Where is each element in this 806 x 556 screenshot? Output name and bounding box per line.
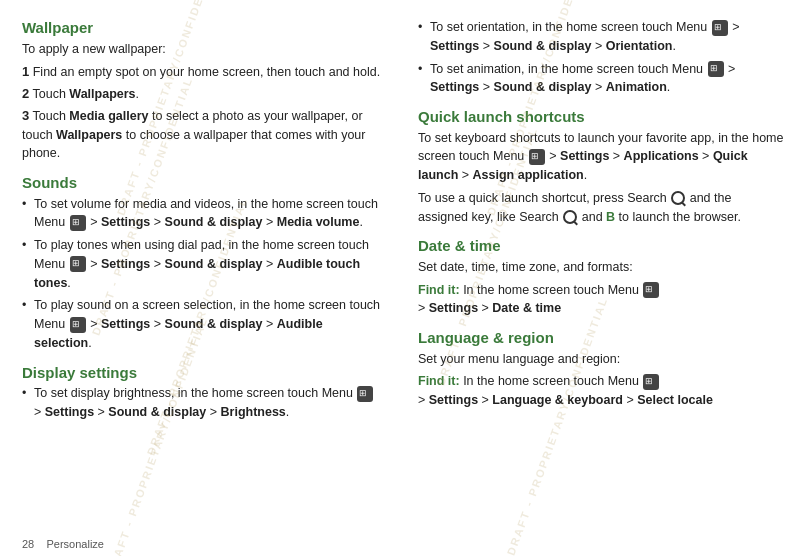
menu-icon-8 <box>643 282 659 298</box>
step-3: 3 Touch Media gallery to select a photo … <box>22 106 382 163</box>
quick-launch-heading: Quick launch shortcuts <box>418 107 784 127</box>
date-time-heading: Date & time <box>418 236 784 256</box>
date-time-section: Date & time Set date, time, time zone, a… <box>418 236 784 318</box>
step-1-text: Find an empty spot on your home screen, … <box>33 65 380 79</box>
step-2: 2 Touch Wallpapers. <box>22 84 382 104</box>
display-settings-item-1: To set display brightness, in the home s… <box>22 384 382 422</box>
date-time-find-it: Find it: In the home screen touch Menu >… <box>418 281 784 319</box>
display-settings-list: To set display brightness, in the home s… <box>22 384 382 422</box>
left-column: Wallpaper To apply a new wallpaper: 1 Fi… <box>0 10 400 546</box>
wallpaper-section: Wallpaper To apply a new wallpaper: 1 Fi… <box>22 18 382 163</box>
wallpaper-heading: Wallpaper <box>22 18 382 38</box>
right-column: To set orientation, in the home screen t… <box>400 10 806 546</box>
sounds-heading: Sounds <box>22 173 382 193</box>
language-find-it: Find it: In the home screen touch Menu >… <box>418 372 784 410</box>
quick-launch-intro: To set keyboard shortcuts to launch your… <box>418 129 784 185</box>
search-icon-2 <box>563 210 577 224</box>
display-settings-heading: Display settings <box>22 363 382 383</box>
step-3-text: Touch Media gallery to select a photo as… <box>22 109 365 161</box>
date-time-intro: Set date, time, time zone, and formats: <box>418 258 784 277</box>
sounds-list: To set volume for media and videos, in t… <box>22 195 382 353</box>
find-it-label-2: Find it: <box>418 374 460 388</box>
page-container: Wallpaper To apply a new wallpaper: 1 Fi… <box>0 0 806 556</box>
menu-icon-3 <box>70 317 86 333</box>
animation-item: To set animation, in the home screen tou… <box>418 60 784 98</box>
page-number: 28 Personalize <box>22 538 104 550</box>
quick-launch-use: To use a quick launch shortcut, press Se… <box>418 189 784 227</box>
sounds-item-3: To play sound on a screen selection, in … <box>22 296 382 352</box>
language-heading: Language & region <box>418 328 784 348</box>
step-2-num: 2 <box>22 86 29 101</box>
sounds-section: Sounds To set volume for media and video… <box>22 173 382 353</box>
language-intro: Set your menu language and region: <box>418 350 784 369</box>
menu-icon-5 <box>712 20 728 36</box>
menu-icon-4 <box>357 386 373 402</box>
menu-icon-2 <box>70 256 86 272</box>
quick-launch-section: Quick launch shortcuts To set keyboard s… <box>418 107 784 226</box>
step-1: 1 Find an empty spot on your home screen… <box>22 62 382 82</box>
wallpaper-intro: To apply a new wallpaper: <box>22 40 382 59</box>
display-continued-list: To set orientation, in the home screen t… <box>418 18 784 97</box>
step-2-text: Touch Wallpapers. <box>32 87 139 101</box>
step-3-num: 3 <box>22 108 29 123</box>
menu-icon-6 <box>708 61 724 77</box>
menu-icon-1 <box>70 215 86 231</box>
menu-icon-7 <box>529 149 545 165</box>
find-it-label-1: Find it: <box>418 283 460 297</box>
sounds-item-1: To set volume for media and videos, in t… <box>22 195 382 233</box>
step-1-num: 1 <box>22 64 29 79</box>
display-settings-section: Display settings To set display brightne… <box>22 363 382 422</box>
language-section: Language & region Set your menu language… <box>418 328 784 410</box>
search-icon-1 <box>671 191 685 205</box>
sounds-item-2: To play tones when using dial pad, in th… <box>22 236 382 292</box>
orientation-item: To set orientation, in the home screen t… <box>418 18 784 56</box>
menu-icon-9 <box>643 374 659 390</box>
